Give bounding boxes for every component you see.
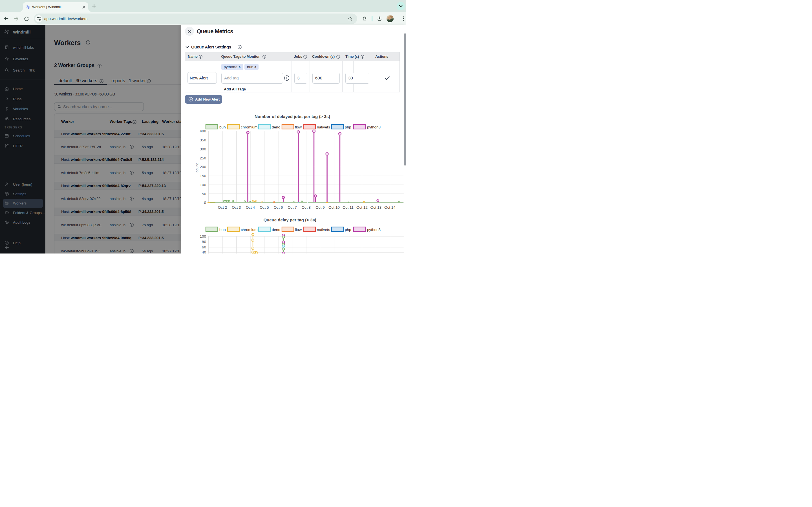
svg-text:deno: deno — [272, 125, 280, 129]
svg-text:nativets: nativets — [317, 125, 330, 129]
svg-text:Oct 9: Oct 9 — [315, 205, 324, 210]
svg-text:chromium: chromium — [241, 125, 257, 129]
svg-text:count: count — [195, 163, 199, 172]
svg-text:40: 40 — [202, 250, 206, 253]
svg-text:python3: python3 — [367, 125, 380, 129]
svg-text:80: 80 — [202, 240, 206, 244]
svg-text:Oct 2: Oct 2 — [218, 205, 227, 210]
svg-text:300: 300 — [200, 147, 206, 151]
svg-text:php: php — [345, 125, 351, 129]
svg-text:Oct 11: Oct 11 — [343, 205, 354, 210]
svg-text:100: 100 — [200, 183, 206, 187]
svg-text:200: 200 — [200, 165, 206, 169]
svg-text:Oct 7: Oct 7 — [288, 205, 297, 210]
svg-text:Oct 4: Oct 4 — [246, 205, 255, 210]
svg-text:flow: flow — [295, 228, 302, 232]
svg-text:Oct 12: Oct 12 — [356, 205, 368, 210]
svg-text:150: 150 — [200, 174, 206, 178]
svg-text:60: 60 — [202, 245, 206, 249]
svg-text:Number of delayed jobs per tag: Number of delayed jobs per tag (> 3s) — [255, 114, 330, 119]
svg-text:50: 50 — [202, 192, 206, 196]
svg-text:400: 400 — [200, 129, 206, 133]
svg-text:Oct 8: Oct 8 — [302, 205, 311, 210]
svg-text:nativets: nativets — [317, 228, 330, 232]
svg-text:deno: deno — [272, 228, 280, 232]
svg-text:chromium: chromium — [241, 228, 257, 232]
svg-text:bun: bun — [219, 125, 226, 129]
svg-text:350: 350 — [200, 138, 206, 142]
svg-text:Oct 6: Oct 6 — [274, 205, 283, 210]
svg-text:0: 0 — [204, 201, 206, 205]
svg-text:100: 100 — [200, 234, 206, 238]
svg-text:python3: python3 — [367, 228, 380, 232]
svg-text:php: php — [345, 228, 351, 232]
svg-text:Oct 5: Oct 5 — [260, 205, 269, 210]
svg-text:Oct 10: Oct 10 — [328, 205, 340, 210]
svg-text:Oct 3: Oct 3 — [232, 205, 241, 210]
svg-text:250: 250 — [200, 156, 206, 160]
svg-text:flow: flow — [295, 125, 302, 129]
svg-text:Oct 13: Oct 13 — [370, 205, 382, 210]
svg-text:Queue delay per tag (> 3s): Queue delay per tag (> 3s) — [263, 217, 316, 222]
svg-text:bun: bun — [219, 228, 226, 232]
svg-text:Oct 14: Oct 14 — [384, 205, 396, 210]
